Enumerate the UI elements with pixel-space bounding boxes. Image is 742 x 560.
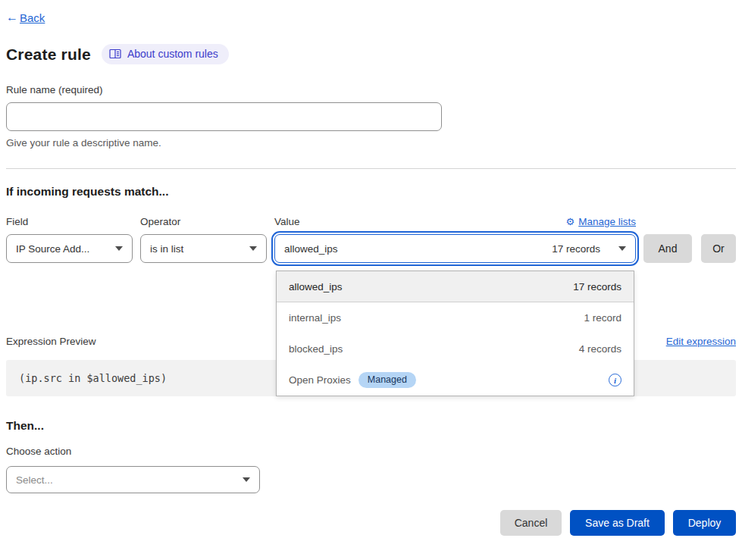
or-button[interactable]: Or (701, 234, 736, 263)
chevron-down-icon (243, 477, 250, 482)
list-record-count: 17 records (573, 281, 621, 293)
value-select[interactable]: allowed_ips 17 records (274, 234, 636, 263)
field-label: Field (6, 216, 133, 227)
info-icon[interactable]: i (609, 374, 621, 386)
operator-select[interactable]: is in list (140, 234, 267, 263)
operator-select-value: is in list (150, 243, 183, 255)
book-icon (109, 48, 121, 59)
chevron-down-icon (618, 246, 626, 251)
back-link-label: Back (20, 11, 45, 24)
match-section-heading: If incoming requests match... (6, 185, 736, 199)
action-select-placeholder: Select... (16, 474, 53, 486)
dropdown-item-open-proxies[interactable]: Open Proxies Managed i (277, 364, 634, 396)
about-custom-rules-link[interactable]: About custom rules (102, 44, 229, 64)
value-select-record-count: 17 records (552, 243, 600, 255)
expression-preview-label: Expression Preview (6, 336, 96, 347)
value-select-value: allowed_ips (284, 243, 338, 255)
field-select[interactable]: IP Source Add... (6, 234, 133, 263)
edit-expression-link[interactable]: Edit expression (666, 336, 736, 347)
value-dropdown-panel: allowed_ips 17 records internal_ips 1 re… (276, 271, 634, 396)
page-title: Create rule (6, 45, 91, 64)
operator-label: Operator (140, 216, 267, 227)
managed-badge: Managed (358, 372, 416, 388)
then-section-heading: Then... (6, 419, 736, 433)
about-custom-rules-label: About custom rules (127, 48, 218, 60)
rule-name-input[interactable] (6, 102, 442, 131)
manage-lists-label: Manage lists (578, 216, 636, 227)
list-name: internal_ips (289, 312, 341, 324)
value-label: Value (274, 216, 300, 227)
list-name: allowed_ips (289, 281, 343, 293)
cancel-button[interactable]: Cancel (500, 510, 562, 536)
dropdown-item-internal-ips[interactable]: internal_ips 1 record (277, 302, 634, 333)
choose-action-label: Choose action (6, 446, 736, 457)
section-divider (6, 168, 736, 169)
back-link[interactable]: ←Back (6, 11, 45, 24)
rule-name-helper: Give your rule a descriptive name. (6, 137, 736, 149)
dropdown-item-blocked-ips[interactable]: blocked_ips 4 records (277, 333, 634, 364)
deploy-button[interactable]: Deploy (673, 510, 736, 536)
manage-lists-link[interactable]: ⚙ Manage lists (566, 216, 636, 227)
gear-icon: ⚙ (566, 216, 575, 227)
dropdown-item-allowed-ips[interactable]: allowed_ips 17 records (277, 271, 634, 302)
list-name: blocked_ips (289, 343, 343, 355)
field-select-value: IP Source Add... (16, 243, 89, 255)
save-as-draft-button[interactable]: Save as Draft (570, 510, 665, 536)
action-select[interactable]: Select... (6, 466, 260, 493)
expression-code: (ip.src in $allowed_ips) (19, 372, 167, 384)
chevron-down-icon (249, 246, 257, 251)
list-name: Open Proxies (289, 374, 351, 386)
rule-name-label: Rule name (required) (6, 84, 736, 95)
back-arrow-icon: ← (6, 11, 18, 24)
and-button[interactable]: And (643, 234, 692, 263)
list-record-count: 4 records (579, 343, 621, 355)
chevron-down-icon (115, 246, 123, 251)
list-record-count: 1 record (584, 312, 621, 324)
